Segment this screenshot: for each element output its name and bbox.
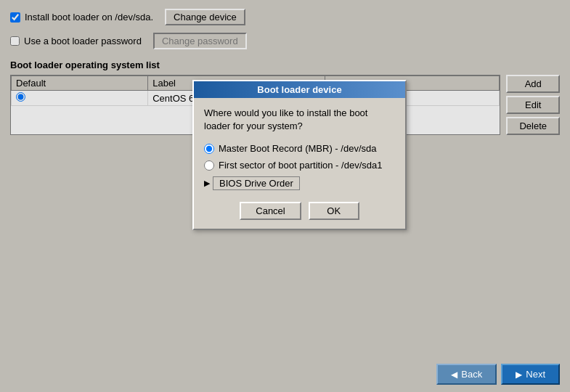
boot-loader-device-dialog: Boot loader device Where would you like … — [192, 80, 407, 230]
bios-drive-expand-button[interactable]: ▶ — [204, 179, 210, 188]
mbr-label: Master Boot Record (MBR) - /dev/sda — [219, 143, 376, 154]
bottom-nav: ◀ Back ▶ Next — [426, 356, 570, 392]
next-button[interactable]: ▶ Next — [501, 364, 560, 385]
next-arrow-icon: ▶ — [516, 369, 522, 380]
mbr-radio[interactable] — [204, 144, 214, 154]
back-button[interactable]: ◀ Back — [436, 364, 497, 385]
dialog-buttons: Cancel OK — [204, 197, 395, 220]
dialog-title: Boot loader device — [194, 81, 405, 98]
mbr-option: Master Boot Record (MBR) - /dev/sda — [204, 143, 395, 154]
back-label: Back — [461, 369, 482, 380]
first-sector-option: First sector of boot partition - /dev/sd… — [204, 160, 395, 171]
dialog-overlay: Boot loader device Where would you like … — [0, 0, 570, 392]
back-arrow-icon: ◀ — [451, 369, 457, 380]
cancel-button[interactable]: Cancel — [240, 202, 301, 220]
first-sector-label: First sector of boot partition - /dev/sd… — [219, 160, 382, 171]
dialog-question: Where would you like to install the boot… — [204, 107, 395, 133]
next-label: Next — [526, 369, 545, 380]
dialog-body: Where would you like to install the boot… — [194, 98, 405, 229]
ok-button[interactable]: OK — [309, 202, 359, 220]
bios-drive-label: BIOS Drive Order — [213, 176, 300, 190]
first-sector-radio[interactable] — [204, 160, 214, 171]
bios-drive-row: ▶ BIOS Drive Order — [204, 176, 395, 190]
